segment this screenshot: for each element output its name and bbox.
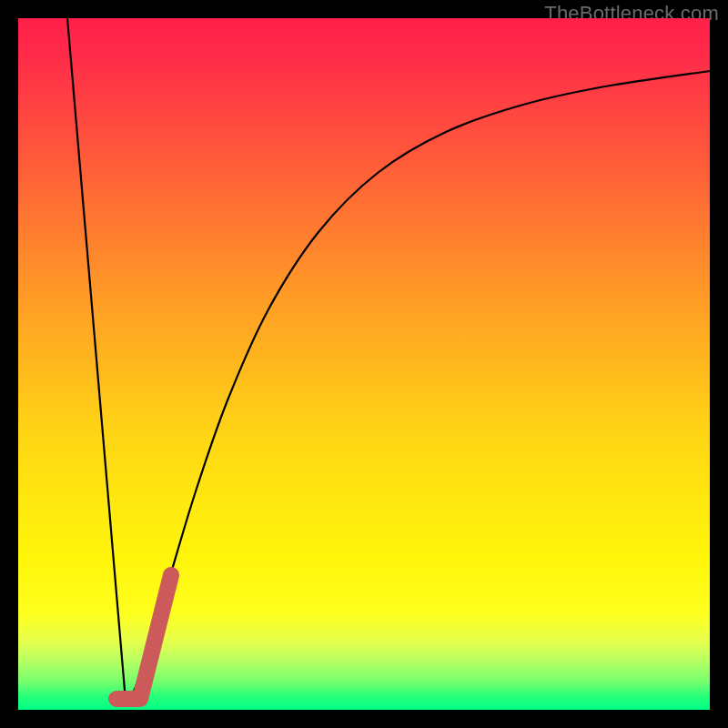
series-right-curve: [129, 71, 710, 703]
chart-frame: TheBottleneck.com: [0, 0, 728, 728]
chart-svg: [18, 18, 710, 710]
plot-area: [18, 18, 710, 710]
series-left-line: [67, 18, 126, 701]
